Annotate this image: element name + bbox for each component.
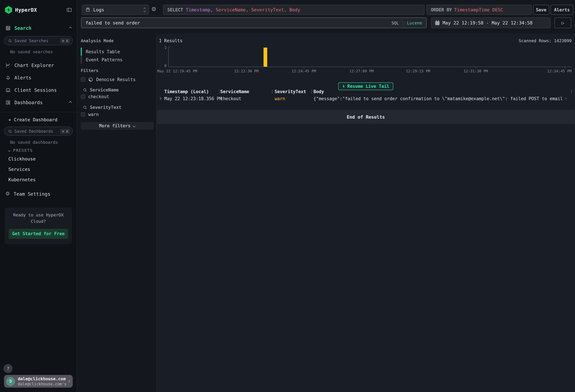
preset-clickhouse[interactable]: Clickhouse: [0, 153, 77, 164]
col-severitytext[interactable]: SeverityText: [275, 89, 306, 94]
bell-icon: [5, 75, 11, 80]
saved-dashboards-input[interactable]: ⌘ K: [4, 127, 73, 136]
mode-event-patterns[interactable]: Event Patterns: [81, 56, 153, 64]
sidebar-item-client-sessions[interactable]: Client Sessions: [0, 84, 77, 96]
chevron-down-icon: [133, 124, 136, 127]
search-icon[interactable]: [83, 88, 87, 92]
select-field-servicename: ServiceName,: [216, 7, 248, 12]
no-saved-dashboards-note: No saved dashboards: [0, 136, 77, 145]
preset-services[interactable]: Services: [0, 164, 77, 174]
sql-mode-toggle[interactable]: SQL: [391, 20, 399, 25]
save-button[interactable]: Save: [533, 5, 549, 15]
filter-group-label: ServiceName: [90, 88, 119, 92]
col-body[interactable]: Body: [313, 89, 324, 94]
kebab-icon[interactable]: ⋮: [570, 89, 574, 94]
order-by-input[interactable]: ORDER BY TimestampTime DESC: [427, 5, 532, 15]
filter-option-warn[interactable]: warn: [81, 112, 99, 117]
chevron-up-icon: [69, 27, 72, 29]
x-label: 12:31:30 PM: [463, 69, 488, 73]
laptop-icon: [5, 87, 11, 93]
filter-option-checkout[interactable]: checkout: [81, 94, 109, 99]
get-started-button[interactable]: Get Started for Free: [9, 229, 68, 239]
search-page-icon: [5, 25, 11, 31]
logo-row: HyperDX: [0, 0, 77, 14]
more-filters-button[interactable]: More filters: [81, 122, 154, 130]
filters-header: Filters: [81, 68, 98, 73]
sidebar-item-chart-explorer[interactable]: Chart Explorer: [0, 59, 77, 71]
checkbox[interactable]: [81, 112, 85, 116]
filter-panel: Analysis Mode Results Table Event Patter…: [77, 33, 157, 392]
select-keyword: SELECT: [167, 7, 183, 12]
user-info: dale@clickhouse.com dale@clickhouse.com'…: [18, 376, 65, 386]
sidebar-item-dashboards[interactable]: Dashboards: [0, 96, 77, 109]
col-servicename[interactable]: ServiceName: [220, 89, 249, 94]
dashboard-grid-icon: [5, 100, 11, 105]
cell-body: {"message":"failed to send order confirm…: [313, 96, 566, 101]
table-row[interactable]: May 22 12:23:18.356 PM checkout warn {"m…: [157, 96, 575, 102]
hyperdx-app: HyperDX Search ⌘ K No saved searches Ch: [0, 0, 575, 392]
x-tick-mark: [304, 67, 304, 68]
main-area: Logs ⚙ SELECT Timestamp, ServiceName, Se…: [77, 0, 575, 392]
collapse-sidebar-icon[interactable]: [66, 7, 72, 13]
x-tick-mark: [476, 67, 476, 68]
x-axis: [168, 67, 572, 67]
presets-toggle[interactable]: PRESETS: [0, 145, 77, 153]
checkbox[interactable]: [81, 94, 85, 99]
chevron-right-icon: [67, 380, 70, 383]
filter-option-label: warn: [88, 112, 99, 117]
avatar: D: [6, 377, 15, 386]
alerts-button[interactable]: Alerts: [551, 5, 573, 15]
active-rail: [81, 47, 82, 56]
x-label: 12:24:45 PM: [291, 69, 316, 73]
sidebar-item-team-settings[interactable]: ⚙ Team Settings: [0, 188, 77, 200]
denoise-results-checkbox[interactable]: Denoise Results: [81, 77, 136, 82]
brand-title: HyperDX: [15, 7, 63, 13]
query-settings-gear-icon[interactable]: ⚙: [151, 6, 156, 12]
col-timestamp[interactable]: Timestamp (Local): [164, 89, 209, 94]
lucene-mode-toggle[interactable]: Lucene: [407, 20, 422, 25]
divider: [0, 112, 77, 112]
x-label: May 22 12:19:45 PM: [157, 69, 197, 73]
y-tick-0: 0: [159, 64, 167, 68]
cell-severity: warn: [275, 96, 285, 101]
x-tick-mark: [418, 67, 418, 68]
user-menu[interactable]: D dale@clickhouse.com dale@clickhouse.co…: [4, 375, 73, 388]
sidebar: HyperDX Search ⌘ K No saved searches Ch: [0, 0, 77, 392]
search-icon: [8, 39, 12, 43]
saved-dashboards-field[interactable]: [14, 129, 58, 134]
checkbox[interactable]: [81, 77, 85, 82]
saved-searches-field[interactable]: [14, 38, 58, 43]
expand-row-icon[interactable]: [159, 97, 161, 100]
analysis-mode-list: Results Table Event Patterns: [81, 47, 153, 64]
select-field-body: Body: [289, 7, 300, 12]
sidebar-item-label: Alerts: [14, 75, 72, 80]
search-query-input[interactable]: [86, 20, 389, 25]
shortcut-badge: ⌘ K: [60, 129, 71, 134]
preset-kubernetes[interactable]: Kubernetes: [0, 174, 77, 184]
time-range-picker[interactable]: May 22 12:19:58 - May 22 12:34:58: [431, 17, 551, 28]
x-label: 12:22:30 PM: [234, 69, 259, 73]
x-tick-mark: [565, 67, 565, 68]
kebab-icon[interactable]: ⋮: [310, 89, 314, 94]
run-query-button[interactable]: ▷: [554, 17, 571, 28]
filter-group-servicename: ServiceName: [83, 88, 119, 92]
sidebar-item-label: Team Settings: [14, 191, 72, 197]
help-button[interactable]: ?: [4, 364, 12, 373]
source-select[interactable]: Logs: [82, 5, 149, 15]
rail: [81, 56, 82, 64]
search-query-box[interactable]: SQL | Lucene: [81, 17, 427, 28]
sidebar-item-search[interactable]: Search: [0, 22, 77, 34]
saved-searches-input[interactable]: ⌘ K: [4, 36, 73, 45]
mode-label: Results Table: [86, 49, 120, 54]
histogram-bar[interactable]: [264, 47, 267, 67]
search-icon[interactable]: [83, 105, 87, 110]
order-by-keyword: ORDER BY: [431, 7, 452, 12]
mode-results-table[interactable]: Results Table: [81, 47, 153, 56]
logs-source-icon: [86, 7, 90, 12]
results-histogram: 1 0 May 22 12:19:45 PM 12:22:30 PM 12:24…: [157, 33, 575, 72]
sidebar-item-alerts[interactable]: Alerts: [0, 71, 77, 84]
select-clause-input[interactable]: SELECT Timestamp, ServiceName, SeverityT…: [163, 5, 425, 15]
create-dashboard-button[interactable]: + Create Dashboard: [0, 114, 77, 125]
select-field-timestamp: Timestamp,: [186, 7, 213, 12]
kebab-icon[interactable]: ⋮: [270, 89, 274, 94]
